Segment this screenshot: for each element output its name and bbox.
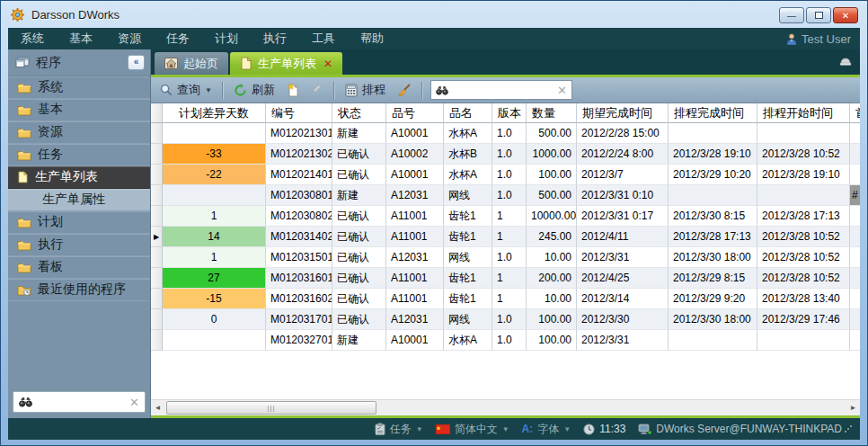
cell-status[interactable]: 已确认 [332,144,386,165]
tab-start-page[interactable]: 起始页 [155,52,228,75]
cell-qty[interactable]: 500.00 [527,123,577,144]
cell-clipped[interactable] [850,268,860,289]
row-selector[interactable] [151,206,163,227]
user-menu[interactable]: Test User [786,32,860,46]
cell-diff[interactable]: 1 [163,206,266,227]
scroll-left-icon[interactable]: ◄ [151,400,164,415]
cell-item_name[interactable]: 齿轮1 [444,227,492,247]
cell-expect[interactable]: 2012/3/31 [577,330,669,351]
cell-item_name[interactable]: 网线 [444,185,492,206]
table-row[interactable]: M012032701新建A10001水杯A1.0100.002012/3/31 [151,330,860,351]
sidebar-item-1[interactable]: 基本 [8,99,150,121]
sidebar-item-9[interactable]: 最近使用的程序 [8,279,150,301]
cell-sched_end[interactable]: 2012/3/30 18:00 [669,309,757,330]
cell-clipped[interactable] [850,247,860,268]
cell-sched_end[interactable]: 2012/3/30 18:00 [669,247,757,268]
cell-version[interactable]: 1.0 [492,144,527,165]
restore-button[interactable] [806,7,831,23]
column-header-4[interactable]: 品名 [444,103,492,123]
cell-code[interactable]: M012030801 [266,185,332,206]
cell-status[interactable]: 新建 [332,123,386,144]
cell-qty[interactable]: 245.00 [527,227,577,247]
cell-sched_start[interactable]: 2012/3/29 17:46 [757,309,850,330]
title-bar[interactable]: Darsson DWorks — ✕ [1,1,867,28]
cell-clipped[interactable] [850,144,860,165]
cell-expect[interactable]: 2012/2/28 15:00 [577,123,669,144]
cell-status[interactable]: 已确认 [332,227,386,247]
cell-item_name[interactable]: 网线 [444,247,492,268]
cell-version[interactable]: 1 [492,206,527,227]
row-selector-current[interactable]: ▶ [151,227,163,247]
cell-item_name[interactable]: 网线 [444,309,492,330]
language-dropdown[interactable]: 简体中文 ▼ [432,422,513,437]
column-header-7[interactable]: 期望完成时间 [577,103,669,123]
cell-version[interactable]: 1 [492,227,527,247]
cell-qty[interactable]: 100.00 [527,309,577,330]
cell-code[interactable]: M012031701 [266,309,332,330]
cell-item_name[interactable]: 水杯A [444,123,492,144]
column-header-9[interactable]: 排程开始时间 [757,103,850,123]
cell-sched_start[interactable]: 2012/3/28 10:52 [757,144,850,165]
column-header-clipped[interactable]: 首 [850,103,860,123]
cell-version[interactable]: 1.0 [492,330,527,351]
minimize-button[interactable]: — [779,7,804,23]
cell-item_no[interactable]: A11001 [386,206,444,227]
row-selector[interactable] [151,123,163,144]
cell-diff[interactable]: 0 [163,309,266,330]
menu-item-4[interactable]: 计划 [202,28,251,49]
table-row[interactable]: -33M012021302已确认A10002水杯B1.01000.002012/… [151,144,860,165]
cell-sched_start[interactable]: 2012/3/28 19:10 [757,165,850,185]
cell-item_name[interactable]: 齿轮1 [444,268,492,289]
new-button[interactable] [282,81,304,99]
cell-sched_end[interactable]: 2012/3/28 17:13 [669,227,757,247]
cell-diff[interactable] [163,123,266,144]
cell-item_no[interactable]: A11001 [386,289,444,309]
cell-sched_start[interactable]: 2012/3/28 10:52 [757,268,850,289]
cell-qty[interactable]: 10.00 [527,247,577,268]
sidebar-item-7[interactable]: 执行 [8,234,150,256]
cell-version[interactable]: 1.0 [492,185,527,206]
cell-item_name[interactable]: 齿轮1 [444,206,492,227]
table-row[interactable]: 1M012030802已确认A11001齿轮1110000.002012/3/3… [151,206,860,227]
cell-status[interactable]: 已确认 [332,268,386,289]
cell-version[interactable]: 1.0 [492,165,527,185]
cell-sched_start[interactable]: 2012/3/28 17:13 [757,206,850,227]
sidebar-item-5[interactable]: 生产单属性 [8,189,150,211]
cell-sched_end[interactable]: 2012/3/29 10:20 [669,165,757,185]
cell-expect[interactable]: 2012/3/14 [577,289,669,309]
sidebar-item-2[interactable]: 资源 [8,121,150,144]
cell-code[interactable]: M012021401 [266,165,332,185]
row-selector[interactable] [151,165,163,185]
toolbar-filter-input[interactable] [453,83,553,97]
task-dropdown[interactable]: 任务 ▼ [371,422,427,437]
menu-item-1[interactable]: 基本 [57,28,105,49]
cell-qty[interactable]: 500.00 [527,185,577,206]
cell-diff[interactable]: 14 [163,227,266,247]
cell-item_no[interactable]: A12031 [386,247,444,268]
schedule-button[interactable]: 排程 [341,80,390,100]
toolbar-filter-clear-icon[interactable]: ✕ [557,85,567,96]
menu-item-5[interactable]: 执行 [251,28,299,49]
column-header-1[interactable]: 编号 [266,103,332,123]
cell-diff[interactable]: -22 [163,165,266,185]
sidebar-item-6[interactable]: 计划 [8,211,150,234]
cell-expect[interactable]: 2012/3/31 [577,247,669,268]
row-selector[interactable] [151,289,163,309]
menu-item-0[interactable]: 系统 [8,28,57,49]
menu-item-6[interactable]: 工具 [299,28,348,49]
cell-sched_end[interactable] [669,330,757,351]
table-row[interactable]: M012021301新建A10001水杯A1.0500.002012/2/28 … [151,123,860,144]
cell-status[interactable]: 已确认 [332,289,386,309]
cell-status[interactable]: 新建 [332,185,386,206]
menu-item-2[interactable]: 资源 [105,28,154,49]
font-dropdown[interactable]: A: 字体 ▼ [518,422,575,437]
cell-item_name[interactable]: 水杯B [444,144,492,165]
edit-button[interactable] [306,82,328,98]
cell-version[interactable]: 1.0 [492,123,527,144]
cell-qty[interactable]: 1000.00 [527,144,577,165]
cell-expect[interactable]: 2012/3/7 [577,165,669,185]
cell-code[interactable]: M012021302 [266,144,332,165]
column-header-0[interactable]: 计划差异天数 [163,103,266,123]
cell-item_name[interactable]: 水杯A [444,330,492,351]
cell-expect[interactable]: 2012/3/30 [577,309,669,330]
